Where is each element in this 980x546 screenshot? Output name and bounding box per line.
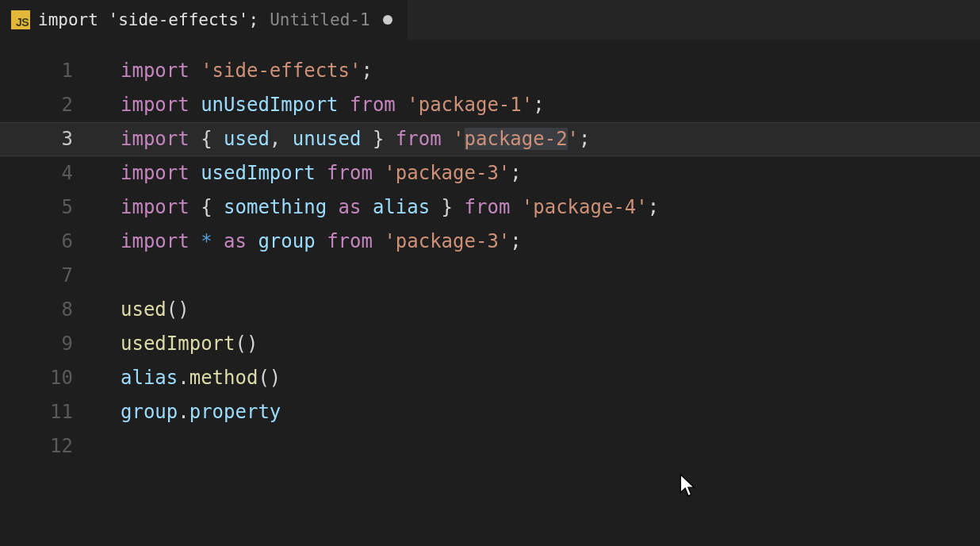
token [189,128,201,150]
token: } [430,196,464,218]
token: unUsedImport [201,94,338,116]
token: } [361,128,395,150]
token [510,196,521,218]
token: used [121,298,167,321]
token: () [167,298,189,321]
token [373,162,384,184]
line-number: 4 [0,156,73,190]
token [327,196,338,218]
token: import [121,128,189,150]
token: { [201,196,224,218]
token [212,230,224,252]
token [396,94,407,116]
token: 'package-1' [407,94,533,116]
line-number: 1 [0,54,73,88]
token: package-2 [465,128,568,150]
token: ; [533,94,544,116]
line-number: 6 [0,225,73,259]
token [339,94,350,116]
line-number: 9 [0,327,73,361]
token: ; [579,128,590,150]
token: import [121,196,189,218]
token: ' [453,128,464,150]
token: import [121,60,189,82]
tab-title-main: import 'side-effects'; [38,10,258,29]
token: from [396,128,442,150]
code-content[interactable]: import 'side-effects';import unUsedImpor… [87,54,980,463]
line-number: 5 [0,190,73,225]
token [189,94,201,116]
token: something [224,196,327,218]
editor-tab[interactable]: JS import 'side-effects'; Untitled-1 [0,0,408,40]
token: as [339,196,362,218]
token: 'side-effects' [201,60,361,82]
token: ; [361,60,372,82]
line-number: 7 [0,259,73,293]
code-line[interactable]: import unUsedImport from 'package-1'; [121,88,980,122]
code-line[interactable]: group.property [121,395,980,429]
token: from [350,94,396,116]
tab-bar: JS import 'side-effects'; Untitled-1 [0,0,980,40]
token [189,162,201,184]
token: usedImport [201,162,316,184]
token [361,196,372,218]
line-number: 12 [0,429,73,463]
token [316,230,327,252]
token: property [189,401,281,423]
token: * [201,230,212,252]
token: . [178,367,189,389]
token [189,196,201,218]
token: alias [121,367,178,389]
code-line[interactable]: usedImport() [121,327,980,361]
token: 'package-3' [384,162,510,184]
token: () [258,367,281,389]
code-line[interactable] [121,259,980,293]
code-line[interactable]: import * as group from 'package-3'; [121,225,980,259]
token: { [201,128,224,150]
code-editor[interactable]: 123456789101112 import 'side-effects';im… [0,40,980,463]
token: from [327,162,373,184]
code-line[interactable]: import usedImport from 'package-3'; [121,156,980,190]
token: ; [510,230,521,252]
token: 'package-4' [522,196,648,218]
token: ' [568,128,579,150]
token: , [270,128,293,150]
token: group [258,230,315,252]
token: alias [373,196,430,218]
line-number-gutter: 123456789101112 [0,54,87,463]
token: method [189,367,258,389]
tab-title-filename: Untitled-1 [270,10,369,29]
code-line[interactable]: used() [121,293,980,327]
line-number: 2 [0,88,73,122]
token: from [327,230,373,252]
mouse-cursor-icon [679,474,697,498]
line-number: 3 [0,122,73,156]
token [189,60,201,82]
token: import [121,94,189,116]
token: import [121,230,189,252]
unsaved-indicator-icon [383,15,392,25]
code-line[interactable]: import 'side-effects'; [121,54,980,88]
token [442,128,453,150]
token [316,162,327,184]
token: group [121,401,178,423]
code-line[interactable]: import { used, unused } from 'package-2'… [121,122,980,156]
token: used [224,128,270,150]
token [247,230,258,252]
token: () [235,333,258,355]
token [189,230,201,252]
token: ; [510,162,521,184]
javascript-file-icon: JS [11,10,30,29]
code-line[interactable]: alias.method() [121,361,980,395]
token: . [178,401,189,423]
token: import [121,162,189,184]
token: ; [648,196,659,218]
token: 'package-3' [384,230,510,252]
token: unused [293,128,362,150]
line-number: 8 [0,293,73,327]
line-number: 10 [0,361,73,395]
code-line[interactable]: import { something as alias } from 'pack… [121,190,980,225]
token [373,230,384,252]
token: from [465,196,511,218]
code-line[interactable] [121,429,980,463]
